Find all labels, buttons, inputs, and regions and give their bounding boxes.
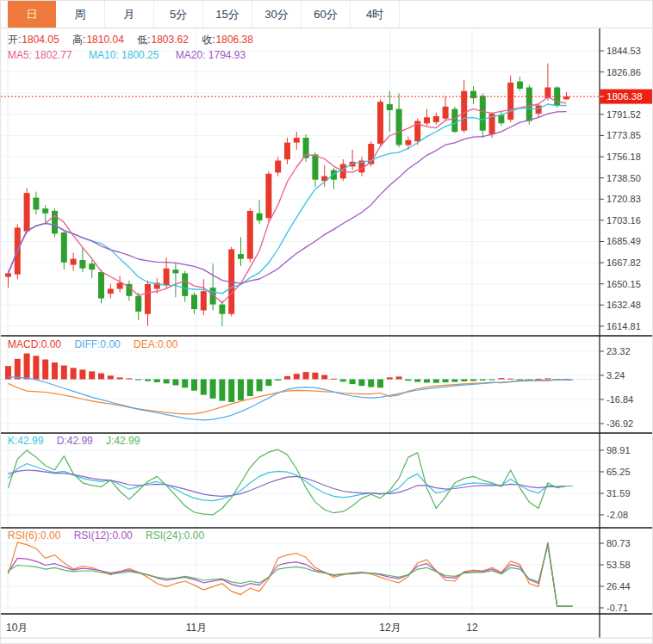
chart-canvas[interactable]: 1844.531826.861809.191791.521773.851756.… <box>1 1 653 644</box>
svg-text:-16.84: -16.84 <box>606 394 633 405</box>
svg-text:1806.38: 1806.38 <box>606 91 643 102</box>
svg-text:23.32: 23.32 <box>606 346 631 356</box>
macd-panel <box>1 354 600 420</box>
svg-text:1826.86: 1826.86 <box>606 67 641 77</box>
svg-text:1667.82: 1667.82 <box>606 257 641 268</box>
svg-text:12月: 12月 <box>379 622 401 634</box>
svg-text:1703.16: 1703.16 <box>606 215 641 226</box>
svg-text:80.73: 80.73 <box>606 538 631 548</box>
svg-text:65.25: 65.25 <box>606 467 631 477</box>
svg-text:10月: 10月 <box>6 622 28 634</box>
svg-text:11月: 11月 <box>186 622 207 634</box>
svg-text:12: 12 <box>466 622 478 634</box>
tab-week[interactable]: 周 <box>56 1 105 28</box>
candles <box>5 64 569 326</box>
svg-text:1773.85: 1773.85 <box>606 130 641 140</box>
price-tag: 1806.38 <box>600 90 653 104</box>
svg-text:-2.08: -2.08 <box>606 510 628 520</box>
svg-text:98.91: 98.91 <box>606 445 631 455</box>
svg-text:1632.48: 1632.48 <box>606 300 641 310</box>
svg-text:31.59: 31.59 <box>606 488 631 498</box>
svg-text:1614.81: 1614.81 <box>606 321 641 331</box>
svg-text:1685.49: 1685.49 <box>606 236 641 246</box>
svg-text:1650.15: 1650.15 <box>606 279 641 289</box>
tab-60min[interactable]: 60分 <box>302 1 351 28</box>
rsi-panel <box>9 542 573 607</box>
svg-text:3.24: 3.24 <box>606 370 625 381</box>
frame <box>1 28 653 638</box>
x-axis-labels: 10月11月12月12 <box>6 622 478 634</box>
tab-15min[interactable]: 15分 <box>203 1 252 28</box>
svg-text:1756.18: 1756.18 <box>606 152 641 162</box>
tab-5min[interactable]: 5分 <box>154 1 203 28</box>
svg-text:1738.50: 1738.50 <box>606 173 641 183</box>
tab-4hour[interactable]: 4时 <box>351 1 400 28</box>
interval-tabbar: 日 周 月 5分 15分 30分 60分 4时 <box>1 1 653 28</box>
kdj-panel <box>9 449 573 515</box>
svg-text:-0.71: -0.71 <box>606 603 628 613</box>
svg-text:-36.92: -36.92 <box>606 418 633 429</box>
svg-text:1791.52: 1791.52 <box>606 109 641 120</box>
svg-text:1844.53: 1844.53 <box>606 46 641 56</box>
kline-chart-app: 1844.531826.861809.191791.521773.851756.… <box>0 0 653 644</box>
tab-month[interactable]: 月 <box>105 1 154 28</box>
tab-day[interactable]: 日 <box>8 1 56 28</box>
tab-30min[interactable]: 30分 <box>252 1 302 28</box>
svg-text:1720.83: 1720.83 <box>606 194 641 204</box>
svg-text:26.44: 26.44 <box>606 581 631 591</box>
svg-text:53.58: 53.58 <box>606 560 631 570</box>
